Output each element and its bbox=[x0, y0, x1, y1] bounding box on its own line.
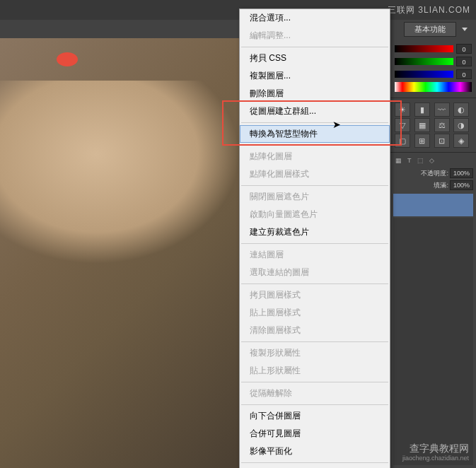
menu-item-4[interactable]: 複製圖層... bbox=[240, 67, 390, 85]
menu-item-18: 選取連結的圖層 bbox=[240, 264, 390, 281]
menu-separator bbox=[241, 404, 388, 405]
color-panel: 0 0 0 bbox=[390, 38, 476, 98]
layer-item-selected[interactable] bbox=[393, 194, 473, 216]
adjust-brightness-icon[interactable]: ☀ bbox=[395, 103, 410, 117]
menu-item-5[interactable]: 刪除圖層 bbox=[240, 85, 390, 103]
menu-item-22: 清除圖層樣式 bbox=[240, 322, 390, 339]
menu-item-29[interactable]: 向下合併圖層 bbox=[240, 407, 390, 425]
menu-item-0[interactable]: 混合選項... bbox=[240, 9, 390, 27]
right-panels: 0 0 0 ☀ ▮ 〰 ◐ ▽ ▦ ⚖ ◑ bbox=[390, 38, 476, 468]
fill-label: 填滿: bbox=[434, 181, 448, 190]
blue-value[interactable]: 0 bbox=[456, 69, 472, 79]
menu-item-24: 複製形狀屬性 bbox=[240, 344, 390, 362]
adjust-bw-icon[interactable]: ◑ bbox=[453, 118, 469, 132]
green-slider[interactable] bbox=[395, 58, 453, 65]
adjust-lookup-icon[interactable]: ⊡ bbox=[434, 134, 450, 148]
green-value[interactable]: 0 bbox=[456, 57, 472, 66]
menu-item-14: 啟動向量圖遮色片 bbox=[240, 206, 390, 223]
menu-separator bbox=[241, 462, 388, 463]
red-slider[interactable] bbox=[395, 45, 453, 52]
watermark-bottom: 查字典教程网 jiaocheng.chazidian.net bbox=[402, 443, 469, 462]
adjust-exposure-icon[interactable]: ◐ bbox=[453, 103, 469, 117]
menu-item-11: 點陣化圖層樣式 bbox=[240, 165, 390, 183]
adjust-invert-icon[interactable]: ◈ bbox=[453, 134, 469, 148]
menu-separator bbox=[241, 283, 388, 284]
color-spectrum[interactable] bbox=[395, 82, 472, 92]
red-value[interactable]: 0 bbox=[456, 44, 472, 54]
adjust-balance-icon[interactable]: ⚖ bbox=[434, 118, 450, 132]
workspace-flyout-icon[interactable] bbox=[462, 28, 468, 31]
adjust-vibrance-icon[interactable]: ▽ bbox=[395, 118, 410, 132]
adjust-photo-icon[interactable]: ▢ bbox=[395, 134, 410, 148]
watermark-top: 三联网 3LIAN.COM bbox=[388, 4, 470, 16]
opacity-label: 不透明度: bbox=[421, 169, 448, 178]
layers-filter-shape-icon[interactable]: ◇ bbox=[427, 156, 436, 165]
menu-item-13: 關閉圖層遮色片 bbox=[240, 188, 390, 206]
menu-item-25: 貼上形狀屬性 bbox=[240, 362, 390, 380]
menu-item-27: 從隔離解除 bbox=[240, 385, 390, 402]
menu-separator bbox=[241, 243, 388, 244]
adjust-mixer-icon[interactable]: ⊞ bbox=[414, 134, 430, 148]
adjust-levels-icon[interactable]: ▮ bbox=[414, 103, 430, 117]
menu-item-21: 貼上圖層樣式 bbox=[240, 304, 390, 322]
menu-item-8[interactable]: 轉換為智慧型物件 bbox=[240, 125, 390, 143]
layers-filter-t-icon[interactable]: T bbox=[405, 156, 414, 165]
menu-separator bbox=[241, 185, 388, 186]
menu-item-1: 編輯調整... bbox=[240, 27, 390, 45]
workspace-selector[interactable]: 基本功能 bbox=[404, 22, 456, 37]
layer-context-menu: 混合選項...編輯調整...拷貝 CSS複製圖層...刪除圖層從圖層建立群組..… bbox=[239, 8, 390, 468]
fill-value[interactable]: 100% bbox=[450, 180, 473, 190]
menu-item-10: 點陣化圖層 bbox=[240, 148, 390, 165]
menu-item-15[interactable]: 建立剪裁遮色片 bbox=[240, 223, 390, 241]
menu-item-33[interactable]: 無色彩 bbox=[240, 465, 390, 468]
layers-panel: ▦ T ⬚ ◇ 不透明度: 100% 填滿: 100% bbox=[390, 153, 476, 468]
menu-item-17: 連結圖層 bbox=[240, 246, 390, 264]
layers-filter-fx-icon[interactable]: ⬚ bbox=[415, 156, 426, 165]
menu-item-30[interactable]: 合併可見圖層 bbox=[240, 425, 390, 443]
opacity-value[interactable]: 100% bbox=[450, 168, 473, 178]
menu-separator bbox=[241, 122, 388, 123]
adjust-curves-icon[interactable]: 〰 bbox=[434, 103, 450, 117]
menu-item-20: 拷貝圖層樣式 bbox=[240, 286, 390, 304]
menu-item-3[interactable]: 拷貝 CSS bbox=[240, 49, 390, 67]
menu-item-31[interactable]: 影像平面化 bbox=[240, 443, 390, 460]
menu-item-6[interactable]: 從圖層建立群組... bbox=[240, 103, 390, 120]
menu-separator bbox=[241, 341, 388, 342]
blue-slider[interactable] bbox=[395, 71, 453, 78]
menu-separator bbox=[241, 382, 388, 382]
adjust-hue-icon[interactable]: ▦ bbox=[414, 118, 430, 132]
menu-separator bbox=[241, 145, 388, 146]
document-image bbox=[0, 38, 240, 468]
menu-separator bbox=[241, 47, 388, 47]
layers-filter-icon[interactable]: ▦ bbox=[393, 156, 404, 165]
layers-list[interactable] bbox=[393, 218, 473, 465]
adjustments-panel: ☀ ▮ 〰 ◐ ▽ ▦ ⚖ ◑ ▢ ⊞ ⊡ ◈ bbox=[390, 98, 476, 152]
